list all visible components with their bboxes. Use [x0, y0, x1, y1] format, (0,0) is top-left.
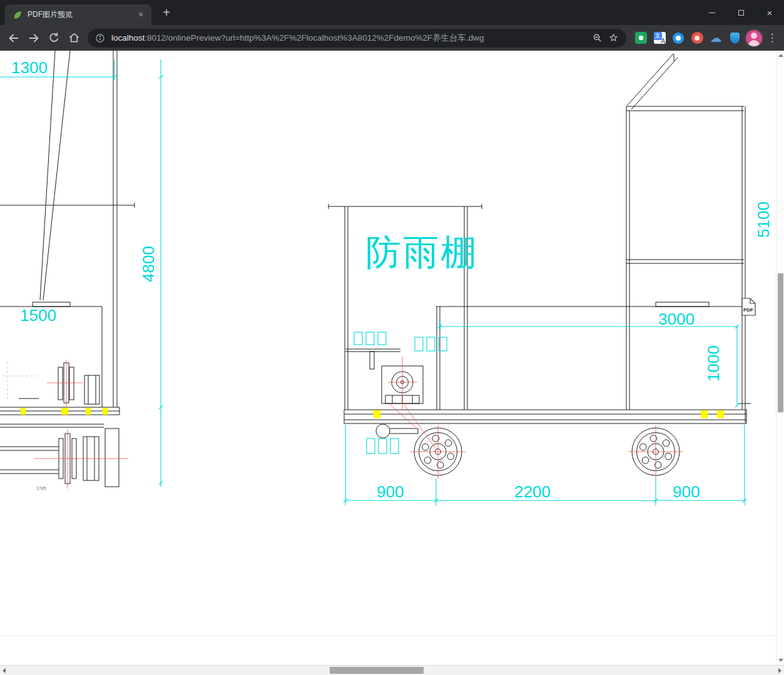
vertical-scrollbar[interactable] — [776, 51, 784, 665]
url-path: :8012/onlinePreview?url=http%3A%2F%2Floc… — [145, 33, 484, 43]
dim-3000: 3000 — [658, 310, 695, 328]
forward-arrow-icon — [27, 31, 41, 45]
small-dim-note: 1745 — [36, 486, 46, 490]
avatar — [746, 30, 762, 46]
yellow-pad-marks — [21, 408, 724, 418]
blue-circle-icon — [673, 33, 684, 44]
home-button[interactable] — [64, 28, 84, 48]
tab-title: PDF图片预览 — [28, 9, 135, 20]
dim-1000: 1000 — [704, 345, 723, 382]
extension-icon-5[interactable]: ☁ — [706, 29, 725, 48]
horizontal-scrollbar[interactable] — [0, 665, 784, 675]
url-text: localhost:8012/onlinePreview?url=http%3A… — [111, 33, 589, 44]
window-maximize-button[interactable] — [726, 0, 755, 25]
scroll-right-arrow-icon[interactable] — [778, 668, 781, 673]
browser-menu-button[interactable]: ⋮ — [764, 28, 780, 48]
zoom-button[interactable] — [589, 30, 605, 46]
scroll-up-arrow-icon[interactable] — [778, 54, 783, 57]
pdf-badge-text: PDF — [743, 307, 753, 313]
star-icon — [608, 33, 619, 43]
dimension-texts: 1300 4800 1500 防雨棚 5100 3000 1000 900 22… — [11, 58, 773, 501]
dim-900-left: 900 — [377, 482, 404, 501]
reload-icon — [48, 31, 61, 44]
red-extension-icon — [691, 32, 703, 44]
window-minimize-button[interactable] — [698, 0, 726, 25]
dwg-preview-page: 1300 4800 1500 防雨棚 5100 3000 1000 900 22… — [0, 51, 776, 665]
horizontal-scrollbar-thumb[interactable] — [330, 667, 424, 674]
back-button[interactable] — [4, 28, 24, 48]
scroll-left-arrow-icon[interactable] — [3, 668, 6, 673]
extension-icon-6[interactable] — [725, 29, 744, 48]
scroll-down-arrow-icon[interactable] — [778, 659, 783, 662]
motor-assembly — [376, 366, 423, 438]
home-icon — [68, 31, 81, 44]
translate-icon: 文 A — [654, 32, 666, 44]
trolley-bed — [344, 410, 746, 424]
dimension-lines — [0, 59, 746, 505]
back-arrow-icon — [7, 31, 21, 45]
dim-4800: 4800 — [139, 246, 158, 282]
tab-close-icon[interactable]: × — [135, 9, 146, 21]
window-close-button[interactable]: × — [755, 0, 784, 25]
reload-button[interactable] — [44, 28, 64, 48]
extension-icon-3[interactable] — [669, 29, 688, 48]
vertical-scrollbar-thumb[interactable] — [778, 273, 783, 412]
minimize-icon — [709, 13, 715, 13]
pdf-export-icon[interactable]: PDF — [742, 298, 755, 315]
hidden-lines — [4, 362, 36, 402]
dim-1300: 1300 — [11, 58, 48, 77]
url-host: localhost — [111, 33, 145, 43]
extension-icon-2[interactable]: 文 A — [650, 29, 669, 48]
left-elevation-view — [0, 51, 135, 487]
cloud-icon: ☁ — [710, 32, 722, 44]
dim-900-right: 900 — [673, 482, 700, 501]
url-address-bar[interactable]: localhost:8012/onlinePreview?url=http%3A… — [88, 29, 626, 48]
cad-drawing: 1300 4800 1500 防雨棚 5100 3000 1000 900 22… — [0, 51, 776, 665]
canopy-label: 防雨棚 — [365, 232, 478, 272]
magnifier-icon — [592, 33, 603, 43]
forward-button[interactable] — [24, 28, 44, 48]
dim-5100: 5100 — [754, 201, 773, 238]
translate-a-glyph: A — [661, 38, 665, 44]
extension-icon-1[interactable] — [631, 29, 650, 48]
browser-tab[interactable]: PDF图片预览 × — [5, 4, 151, 25]
new-tab-button[interactable]: + — [158, 5, 175, 21]
browser-titlebar: PDF图片预览 × + × — [0, 0, 784, 25]
bookmark-button[interactable] — [605, 30, 621, 46]
shield-icon — [730, 33, 740, 44]
maximize-icon — [738, 10, 744, 16]
site-info-icon[interactable] — [95, 33, 105, 43]
dim-2200: 2200 — [514, 482, 551, 501]
center-lines — [34, 357, 683, 489]
green-extension-icon — [635, 32, 647, 44]
profile-button[interactable] — [744, 28, 764, 48]
extension-icon-4[interactable] — [688, 29, 706, 48]
browser-toolbar: localhost:8012/onlinePreview?url=http%3A… — [0, 25, 784, 51]
dim-1500: 1500 — [20, 306, 56, 325]
spring-leaf-favicon-icon — [13, 10, 23, 20]
